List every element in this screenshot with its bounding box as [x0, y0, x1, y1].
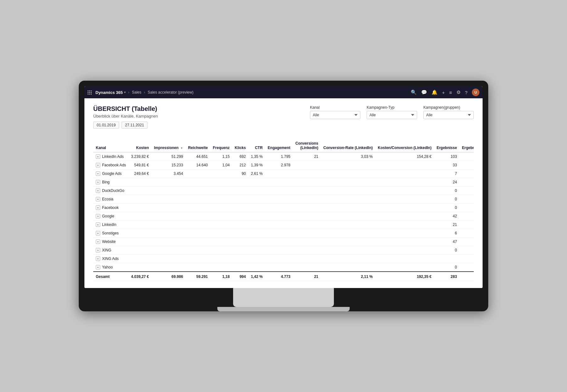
- cell-klicks-7: [232, 212, 248, 221]
- cell-conversion-rate-2: [321, 170, 375, 178]
- expand-btn-8[interactable]: +: [96, 222, 100, 227]
- filter-kanal-select[interactable]: Alle: [310, 111, 360, 119]
- cell-kosten-conv-13: [375, 263, 434, 272]
- cell-ergebnisse-1: 33: [434, 161, 460, 170]
- cell-kanal-9: + Sonstiges: [93, 229, 129, 238]
- cell-total-impressionen: 69.986: [152, 272, 186, 281]
- expand-btn-6[interactable]: +: [96, 205, 100, 210]
- cell-ctr-9: [248, 229, 265, 238]
- expand-btn-9[interactable]: +: [96, 231, 100, 235]
- filter-row: Kanal Alle Kampagnen-Typ Alle Kampagnen(…: [310, 105, 474, 119]
- th-klicks: Klicks: [232, 139, 248, 152]
- search-icon[interactable]: 🔍: [411, 89, 417, 95]
- notification-icon[interactable]: 🔔: [432, 89, 438, 95]
- add-icon[interactable]: +: [442, 90, 445, 95]
- cell-engagement-10: [265, 238, 293, 246]
- expand-btn-3[interactable]: +: [96, 180, 100, 184]
- page-header: ÜBERSICHT (Tabelle) Überblick über Kanäl…: [93, 105, 158, 134]
- date-to[interactable]: 27.11.2021: [122, 122, 147, 129]
- expand-btn-11[interactable]: +: [96, 248, 100, 252]
- cell-reichweite-10: [186, 238, 210, 246]
- app-brand[interactable]: Dynamics 365 ▾: [95, 90, 126, 95]
- cell-total-ergebnis-rate: 28,47 %: [460, 272, 474, 281]
- cell-frequenz-3: [210, 178, 232, 187]
- app-grid-icon[interactable]: [88, 90, 92, 95]
- cell-ctr-2: 2,61 %: [248, 170, 265, 178]
- expand-btn-10[interactable]: +: [96, 239, 100, 244]
- data-table: Kanal Kosten Impressionen ▼ Reichweite F…: [93, 139, 474, 281]
- cell-reichweite-9: [186, 229, 210, 238]
- expand-btn-1[interactable]: +: [96, 163, 100, 167]
- filter-kampagnen-gruppen-select[interactable]: Alle: [423, 111, 474, 119]
- avatar[interactable]: U: [472, 89, 479, 96]
- expand-btn-12[interactable]: +: [96, 257, 100, 261]
- cell-ergebnisse-8: 21: [434, 221, 460, 229]
- filter-icon[interactable]: ≡: [449, 90, 452, 95]
- chat-icon[interactable]: 💬: [421, 89, 427, 95]
- monitor-base: [217, 307, 350, 311]
- cell-total-engagement: 4.773: [265, 272, 293, 281]
- settings-icon[interactable]: ⚙: [456, 89, 461, 95]
- cell-ctr-3: [248, 178, 265, 187]
- expand-btn-4[interactable]: +: [96, 188, 100, 193]
- th-impressionen[interactable]: Impressionen ▼: [152, 139, 186, 152]
- cell-kanal-7: + Google: [93, 212, 129, 221]
- cell-engagement-11: [265, 246, 293, 255]
- cell-reichweite-13: [186, 263, 210, 272]
- cell-kosten-conv-7: [375, 212, 434, 221]
- filter-kanal: Kanal Alle: [310, 105, 360, 119]
- filter-kanal-label: Kanal: [310, 105, 360, 110]
- cell-engagement-6: [265, 204, 293, 212]
- cell-ergebnisse-10: 47: [434, 238, 460, 246]
- app-name: Dynamics 365: [95, 90, 123, 95]
- cell-conversions-3: [293, 178, 321, 187]
- table-row: + Ecosia 0: [93, 195, 474, 204]
- cell-klicks-13: [232, 263, 248, 272]
- expand-btn-0[interactable]: +: [96, 154, 100, 159]
- cell-kosten-2: 249,64 €: [129, 170, 152, 178]
- expand-btn-13[interactable]: +: [96, 265, 100, 269]
- cell-kosten-6: [129, 204, 152, 212]
- cell-ctr-6: [248, 204, 265, 212]
- cell-kosten-conv-2: [375, 170, 434, 178]
- cell-kosten-conv-5: [375, 195, 434, 204]
- th-frequenz: Frequenz: [210, 139, 232, 152]
- help-icon[interactable]: ?: [465, 90, 467, 95]
- cell-frequenz-7: [210, 212, 232, 221]
- cell-conversion-rate-8: [321, 221, 375, 229]
- cell-conversions-0: 21: [293, 152, 321, 161]
- cell-klicks-8: [232, 221, 248, 229]
- cell-conversion-rate-4: [321, 187, 375, 195]
- cell-impressionen-6: [152, 204, 186, 212]
- cell-reichweite-7: [186, 212, 210, 221]
- channel-name-10: Website: [102, 239, 116, 244]
- expand-btn-2[interactable]: +: [96, 171, 100, 176]
- cell-reichweite-0: 44.651: [186, 152, 210, 161]
- channel-name-5: Ecosia: [102, 197, 113, 201]
- cell-ctr-5: [248, 195, 265, 204]
- table-row: + LinkedIn Ads 3.239,82 € 51.299 44.651 …: [93, 152, 474, 161]
- date-from[interactable]: 01.01.2019: [93, 122, 119, 129]
- cell-ergebnis-rate-0: 14,88 %: [460, 152, 474, 161]
- cell-frequenz-9: [210, 229, 232, 238]
- cell-frequenz-13: [210, 263, 232, 272]
- cell-kosten-0: 3.239,82 €: [129, 152, 152, 161]
- cell-kanal-4: + DuckDuckGo: [93, 187, 129, 195]
- cell-kanal-1: + Facebook Ads: [93, 161, 129, 170]
- filter-kampagnen-typ-select[interactable]: Alle: [367, 111, 417, 119]
- cell-frequenz-2: [210, 170, 232, 178]
- cell-conversions-4: [293, 187, 321, 195]
- expand-btn-7[interactable]: +: [96, 214, 100, 218]
- expand-btn-5[interactable]: +: [96, 197, 100, 201]
- th-conversions: Conversions(LinkedIn): [293, 139, 321, 152]
- cell-impressionen-11: [152, 246, 186, 255]
- table-row: + Google Ads 249,64 € 3.454 90 2,61 % 7 …: [93, 170, 474, 178]
- cell-kanal-6: + Facebook: [93, 204, 129, 212]
- cell-frequenz-12: [210, 255, 232, 263]
- cell-ergebnisse-11: 0: [434, 246, 460, 255]
- breadcrumb-sales[interactable]: Sales: [132, 90, 141, 95]
- cell-kanal-13: + Yahoo: [93, 263, 129, 272]
- channel-name-9: Sonstiges: [102, 231, 119, 235]
- table-body: + LinkedIn Ads 3.239,82 € 51.299 44.651 …: [93, 152, 474, 281]
- cell-reichweite-12: [186, 255, 210, 263]
